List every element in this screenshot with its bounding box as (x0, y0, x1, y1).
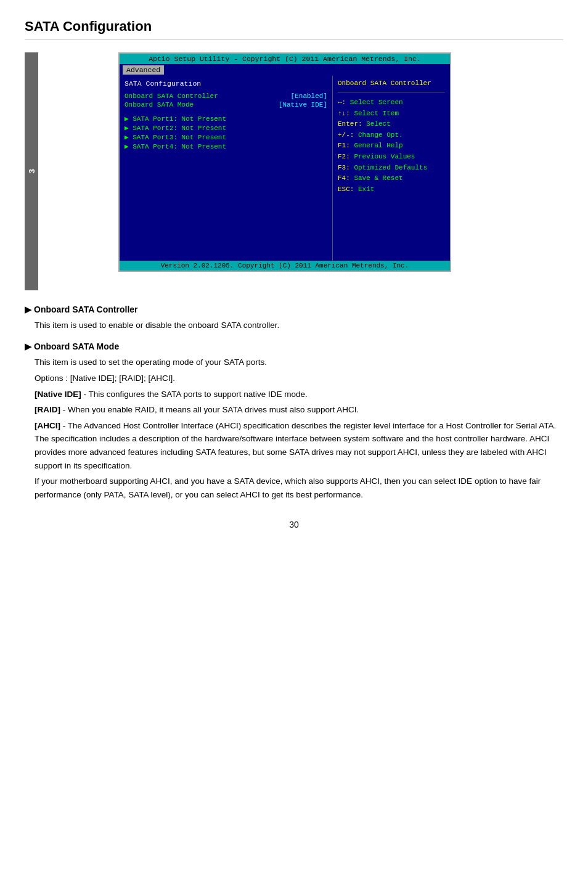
bios-tab-advanced[interactable]: Advanced (123, 65, 164, 75)
bios-port4: ▶ SATA Port4: Not Present (125, 142, 327, 150)
section-onboard-mode: Onboard SATA Mode This item is used to s… (25, 340, 563, 501)
bios-help-divider (338, 92, 445, 92)
bios-item-controller[interactable]: Onboard SATA Controller [Enabled] (125, 92, 327, 100)
bios-item-mode[interactable]: Onboard SATA Mode [Native IDE] (125, 101, 327, 108)
bios-body: SATA Configuration Onboard SATA Controll… (120, 76, 450, 261)
para-ahci: [AHCI] - The Advanced Host Controller In… (35, 419, 563, 472)
bios-section-title: SATA Configuration (125, 80, 327, 88)
page-title: SATA Configuration (25, 18, 563, 40)
heading-onboard-mode: Onboard SATA Mode (25, 340, 563, 353)
help-key-enter: Enter: Select (338, 119, 445, 130)
bios-item-controller-value: [Enabled] (291, 92, 327, 100)
chapter-number: 3 (27, 169, 36, 173)
help-key-f1: F1: General Help (338, 141, 445, 152)
bios-port2: ▶ SATA Port2: Not Present (125, 124, 327, 132)
content-section: Onboard SATA Controller This item is use… (25, 303, 563, 501)
help-key-select-screen: ↔: Select Screen (338, 97, 445, 108)
help-key-f3: F3: Optimized Defaults (338, 163, 445, 174)
help-key-esc: ESC: Exit (338, 184, 445, 195)
para-ahci-note: If your motherboard supporting AHCI, and… (35, 475, 563, 501)
bios-port3: ▶ SATA Port3: Not Present (125, 133, 327, 141)
chapter-tab: 3 (25, 52, 38, 290)
para-native-ide: [Native IDE] - This configures the SATA … (35, 388, 563, 401)
bios-help-title: Onboard SATA Controller (338, 80, 445, 87)
bios-item-mode-value: [Native IDE] (279, 101, 327, 108)
bios-item-controller-label: Onboard SATA Controller (125, 92, 218, 100)
para-raid: [RAID] - When you enable RAID, it means … (35, 403, 563, 417)
para-onboard-controller: This item is used to enable or disable t… (35, 319, 563, 332)
bios-screen: Aptio Setup Utility - Copyright (C) 2011… (118, 52, 451, 272)
bios-help-keys: ↔: Select Screen ↑↓: Select Item Enter: … (338, 97, 445, 195)
bios-port1: ▶ SATA Port1: Not Present (125, 115, 327, 123)
page-number: 30 (25, 520, 563, 529)
bios-right-panel: Onboard SATA Controller ↔: Select Screen… (333, 76, 450, 261)
bios-header: Aptio Setup Utility - Copyright (C) 2011… (120, 54, 450, 64)
help-key-f2: F2: Previous Values (338, 152, 445, 163)
bios-footer: Version 2.02.1205. Copyright (C) 2011 Am… (120, 261, 450, 271)
bios-item-mode-label: Onboard SATA Mode (125, 101, 194, 108)
para-mode-intro: This item is used to set the operating m… (35, 356, 563, 369)
heading-onboard-controller: Onboard SATA Controller (25, 303, 563, 316)
bios-screenshot: Aptio Setup Utility - Copyright (C) 2011… (118, 52, 451, 272)
bios-tab-bar: Advanced (120, 64, 450, 76)
help-key-select-item: ↑↓: Select Item (338, 108, 445, 120)
section-onboard-controller: Onboard SATA Controller This item is use… (25, 303, 563, 332)
para-mode-options: Options : [Native IDE]; [RAID]; [AHCI]. (35, 372, 563, 385)
help-key-f4: F4: Save & Reset (338, 173, 445, 184)
bios-left-panel: SATA Configuration Onboard SATA Controll… (120, 76, 333, 261)
help-key-change: +/-: Change Opt. (338, 130, 445, 141)
